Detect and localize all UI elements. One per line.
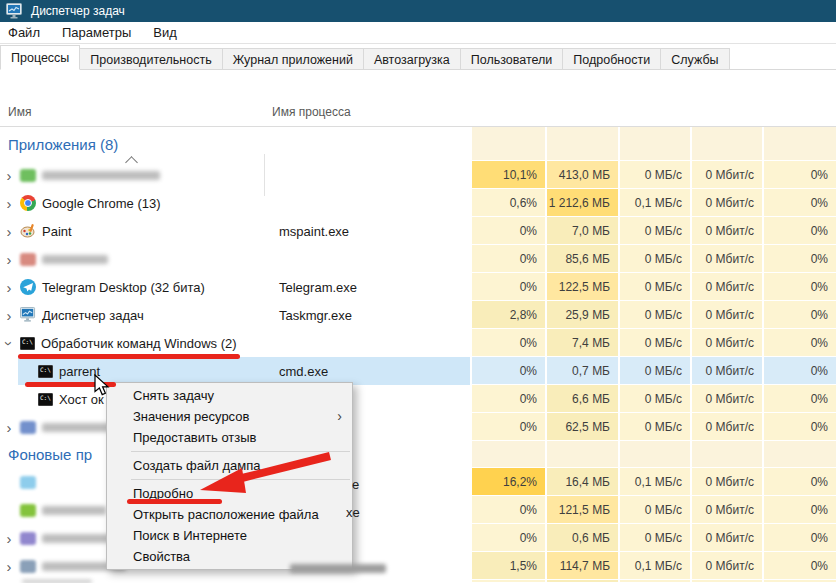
row-cells: 0%121,5 МБ0 МБ/с0 Мбит/с0% — [470, 496, 836, 524]
row-name-area: › — [0, 245, 470, 273]
tab-users[interactable]: Пользователи — [460, 48, 564, 70]
ctx-provide-feedback[interactable]: Предоставить отзыв — [107, 427, 352, 448]
ctx-search-online[interactable]: Поиск в Интернете — [107, 525, 352, 546]
column-header-process-name[interactable]: Имя процесса — [272, 105, 351, 119]
table-row-0[interactable]: Приложения (8) — [0, 127, 836, 161]
annotation-underline-group — [18, 354, 240, 359]
row-cells: 0%0,7 МБ0 МБ/с0 Мбит/с0% — [470, 357, 836, 385]
cpu-cell: 0,6% — [470, 189, 545, 217]
blurred-app-icon — [20, 476, 36, 489]
cpu-cell: 2,8% — [470, 301, 545, 329]
table-row-1[interactable]: › 10,1%413,0 МБ0 МБ/с0 Мбит/с0% — [0, 161, 836, 189]
cpu-cell: 0% — [470, 496, 545, 524]
memory-cell: 121,5 МБ — [545, 496, 618, 524]
telegram-icon — [20, 279, 36, 295]
memory-cell — [545, 441, 618, 468]
gpu-cell: 0% — [762, 524, 836, 552]
memory-cell: 6,6 МБ — [545, 385, 618, 413]
tab-processes[interactable]: Процессы — [0, 45, 80, 70]
disk-cell: 0 МБ/с — [618, 413, 690, 441]
tab-performance[interactable]: Производительность — [79, 48, 222, 70]
table-header[interactable]: Имя Имя процесса 44%ЦП39%Память0%Диск0%С… — [0, 70, 836, 127]
ctx-end-task[interactable]: Снять задачу — [107, 385, 352, 406]
cmd-icon — [38, 365, 53, 378]
network-cell: 0 Мбит/с — [690, 413, 762, 441]
network-cell: 0 Мбит/с — [690, 524, 762, 552]
gpu-cell: 0% — [762, 552, 836, 580]
cpu-cell: 0% — [470, 357, 545, 385]
row-cells — [470, 127, 836, 161]
table-row-4[interactable]: › 0%85,6 МБ0 МБ/с0 Мбит/с0% — [0, 245, 836, 273]
chrome-icon — [20, 195, 36, 211]
disk-cell: 0 МБ/с — [618, 496, 690, 524]
ctx-open-file-location[interactable]: Открыть расположение файла — [107, 504, 352, 525]
table-row-3[interactable]: ›Paintmspaint.exe 0%7,0 МБ0 МБ/с0 Мбит/с… — [0, 217, 836, 245]
network-cell — [690, 441, 762, 468]
chevron-right-icon[interactable]: › — [0, 558, 18, 575]
cpu-cell — [470, 127, 545, 161]
row-name-area: ›Диспетчер задачTaskmgr.exe — [0, 301, 470, 329]
task-manager-icon — [20, 307, 36, 323]
row-cells: 1,5%114,7 МБ0,1 МБ/с0 Мбит/с0% — [470, 552, 836, 580]
row-name-area: Приложения (8) — [0, 127, 470, 161]
gpu-cell — [762, 127, 836, 161]
memory-cell: 62,5 МБ — [545, 413, 618, 441]
tab-startup[interactable]: Автозагрузка — [363, 48, 461, 70]
tab-details[interactable]: Подробности — [562, 48, 661, 70]
row-cells: 0%6,6 МБ0 МБ/с0 Мбит/с0% — [470, 385, 836, 413]
memory-cell: 25,9 МБ — [545, 301, 618, 329]
memory-cell: 0,6 МБ — [545, 524, 618, 552]
chevron-right-icon[interactable]: › — [0, 195, 18, 212]
menu-options[interactable]: Параметры — [51, 22, 142, 44]
network-cell: 0 Мбит/с — [690, 273, 762, 301]
chevron-right-icon[interactable]: › — [0, 167, 18, 184]
row-cells: 0%122,5 МБ0 МБ/с0 Мбит/с0% — [470, 273, 836, 301]
disk-cell: 0,1 МБ/с — [618, 552, 690, 580]
memory-cell: 114,7 МБ — [545, 552, 618, 580]
table-row-6[interactable]: ›Диспетчер задачTaskmgr.exe 2,8%25,9 МБ0… — [0, 301, 836, 329]
table-row-8[interactable]: parrentcmd.exe 0%0,7 МБ0 МБ/с0 Мбит/с0% — [0, 357, 836, 385]
table-row-5[interactable]: ›Telegram Desktop (32 бита)Telegram.exe … — [0, 273, 836, 301]
row-cells — [470, 441, 836, 468]
blurred-app-icon — [20, 560, 36, 573]
memory-cell: 413,0 МБ — [545, 161, 618, 189]
gpu-cell: 0% — [762, 161, 836, 189]
cpu-cell: 16,2% — [470, 468, 545, 496]
menu-view[interactable]: Вид — [142, 22, 188, 44]
process-exe-label: cmd.exe — [279, 364, 328, 379]
blurred-app-icon — [20, 421, 36, 434]
disk-cell: 0,1 МБ/с — [618, 468, 690, 496]
table-row-7[interactable]: ›Обработчик команд Windows (2) 0%7,4 МБ0… — [0, 329, 836, 357]
title-bar[interactable]: Диспетчер задач — [0, 0, 836, 22]
chevron-right-icon[interactable]: › — [0, 279, 18, 296]
app-icon — [6, 3, 23, 19]
row-cells: 0%7,4 МБ0 МБ/с0 Мбит/с0% — [470, 329, 836, 357]
ctx-resource-values[interactable]: Значения ресурсов› — [107, 406, 352, 427]
table-row-2[interactable]: ›Google Chrome (13) 0,6%1 212,6 МБ0,1 МБ… — [0, 189, 836, 217]
task-manager-window: Диспетчер задач ФайлПараметрыВид Процесс… — [0, 0, 836, 583]
tab-strip: ПроцессыПроизводительностьЖурнал приложе… — [0, 45, 836, 70]
chevron-right-icon[interactable]: › — [0, 419, 18, 436]
row-name-area: ›Google Chrome (13) — [0, 189, 470, 217]
tab-app-history[interactable]: Журнал приложений — [222, 48, 364, 70]
column-header-name[interactable]: Имя — [8, 105, 31, 119]
chevron-down-icon[interactable]: › — [0, 335, 18, 352]
row-name-area: ›Paintmspaint.exe — [0, 217, 470, 245]
chevron-right-icon[interactable]: › — [0, 307, 18, 324]
chevron-right-icon[interactable]: › — [0, 251, 18, 268]
disk-cell: 0 МБ/с — [618, 217, 690, 245]
process-exe-label: Taskmgr.exe — [279, 308, 352, 323]
cpu-cell: 0% — [470, 245, 545, 273]
row-cells: 10,1%413,0 МБ0 МБ/с0 Мбит/с0% — [470, 161, 836, 189]
tab-services[interactable]: Службы — [660, 48, 729, 70]
chevron-right-icon[interactable]: › — [0, 223, 18, 240]
menu-file[interactable]: Файл — [0, 22, 51, 44]
cmd-icon — [20, 337, 35, 350]
window-title: Диспетчер задач — [31, 4, 125, 18]
process-name-label: Обработчик команд Windows (2) — [41, 336, 237, 351]
process-name-label: Диспетчер задач — [42, 308, 144, 323]
chevron-right-icon[interactable]: › — [0, 530, 18, 547]
gpu-cell: 0% — [762, 413, 836, 441]
process-name-label: Paint — [42, 224, 72, 239]
memory-cell: 0,7 МБ — [545, 357, 618, 385]
